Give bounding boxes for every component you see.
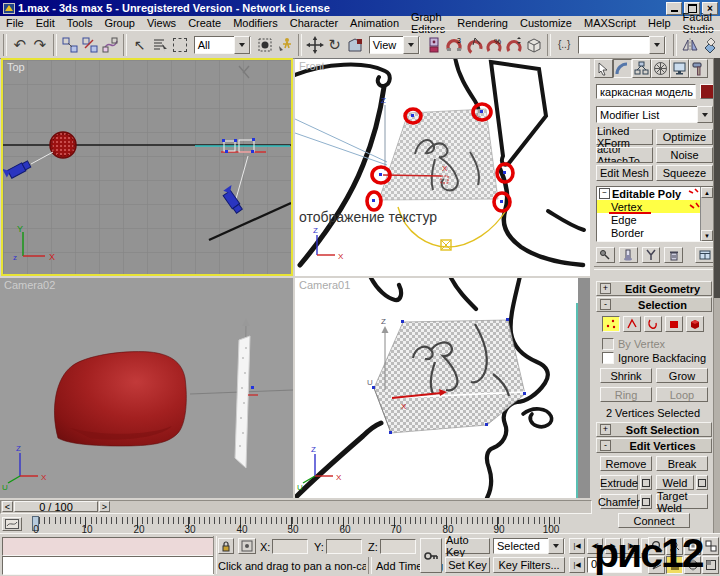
remove-button[interactable]: Remove [600, 456, 652, 471]
select-and-manipulate-icon[interactable] [275, 34, 295, 56]
menu-group[interactable]: Group [98, 17, 141, 29]
extrude-button[interactable]: Extrude [600, 475, 638, 490]
stack-scroll-down[interactable]: ▼ [701, 230, 713, 241]
key-filters-button[interactable]: Key Filters... [493, 557, 565, 573]
auto-key-button[interactable]: Auto Key [445, 538, 490, 554]
maxscript-listener-pink[interactable] [2, 537, 214, 556]
menu-views[interactable]: Views [141, 17, 182, 29]
textured-plane-front[interactable] [379, 109, 498, 200]
rollout-state-icon[interactable]: - [600, 440, 611, 451]
rollout-selection[interactable]: - Selection [596, 297, 712, 312]
button-edit-mesh[interactable]: Edit Mesh [596, 165, 653, 181]
selection-filter-dropdown[interactable]: All [194, 36, 251, 54]
title-bar[interactable]: 1.max - 3ds max 5 - Unregistered Version… [0, 0, 720, 16]
tab-display[interactable] [670, 59, 689, 78]
select-and-link-icon[interactable] [60, 34, 80, 56]
element-subobject-icon[interactable] [686, 316, 704, 332]
reference-coordinate-dropdown[interactable]: View [369, 36, 420, 54]
snap-toggle-icon[interactable]: 3 [444, 34, 464, 56]
modifier-list-dropdown[interactable]: Modifier List [596, 106, 714, 123]
redo-icon[interactable]: ↷ [30, 34, 50, 56]
align-icon[interactable] [700, 34, 720, 56]
expand-minus-icon[interactable]: − [599, 188, 610, 199]
tab-hierarchy[interactable] [632, 59, 651, 78]
button-squeeze[interactable]: Squeeze [656, 165, 713, 181]
pin-stack-icon[interactable] [596, 247, 615, 263]
menu-help[interactable]: Help [642, 17, 677, 29]
polygon-subobject-icon[interactable] [665, 316, 683, 332]
tab-create[interactable] [594, 59, 613, 78]
menu-file[interactable]: File [0, 17, 30, 29]
tab-motion[interactable] [651, 59, 670, 78]
checkbox-icon[interactable] [602, 352, 614, 364]
loop-button[interactable]: Loop [656, 387, 708, 402]
time-step-forward-button[interactable]: > [99, 501, 110, 512]
spinner-snap-toggle-icon[interactable] [504, 34, 524, 56]
make-unique-icon[interactable] [642, 247, 661, 263]
unlink-selection-icon[interactable] [80, 34, 100, 56]
angle-snap-toggle-icon[interactable] [464, 34, 484, 56]
use-pivot-point-center-icon[interactable] [424, 34, 444, 56]
modifier-stack[interactable]: − Editable Poly Vertex Edge Border ▲ ▼ [596, 186, 714, 242]
time-step-back-button[interactable]: < [2, 501, 13, 512]
reference-plane-camera02[interactable] [235, 336, 258, 468]
shrink-button[interactable]: Shrink [600, 368, 652, 383]
z-field[interactable] [380, 539, 416, 554]
vertex-subobject-icon[interactable] [602, 316, 620, 332]
named-selection-dropdown[interactable] [578, 36, 666, 54]
stack-row-border[interactable]: Border [597, 226, 713, 239]
button-noise[interactable]: Noise [656, 147, 713, 163]
select-object-icon[interactable]: ↖ [130, 34, 150, 56]
bind-to-space-warp-icon[interactable] [100, 34, 120, 56]
weld-button[interactable]: Weld [656, 475, 694, 490]
key-mode-toggle-button[interactable]: |◀ [569, 557, 585, 573]
rollout-state-icon[interactable]: - [600, 299, 611, 310]
shaded-object-camera02[interactable] [54, 352, 186, 446]
dropdown-arrow-icon[interactable] [697, 106, 713, 123]
select-by-name-icon[interactable] [150, 34, 170, 56]
rollout-edit-vertices[interactable]: - Edit Vertices [596, 438, 712, 453]
button-optimize[interactable]: Optimize [656, 129, 713, 145]
dropdown-arrow-icon[interactable] [403, 36, 419, 54]
rectangular-selection-region-icon[interactable] [170, 34, 190, 56]
rollout-edit-geometry[interactable]: + Edit Geometry [596, 281, 712, 296]
undo-icon[interactable]: ↶ [10, 34, 30, 56]
border-subobject-icon[interactable] [644, 316, 662, 332]
dropdown-arrow-icon[interactable] [649, 36, 665, 54]
stack-scroll-up[interactable]: ▲ [701, 187, 713, 198]
menu-edit[interactable]: Edit [30, 17, 61, 29]
checkbox-icon[interactable] [602, 338, 614, 350]
x-field[interactable] [272, 539, 308, 554]
rollout-state-icon[interactable]: + [600, 424, 611, 435]
target-weld-button[interactable]: Target Weld [656, 494, 708, 509]
select-and-rotate-icon[interactable]: ↻ [325, 34, 345, 56]
window-crossing-icon[interactable] [255, 34, 275, 56]
menu-customize[interactable]: Customize [514, 17, 578, 29]
editable-poly-object-top[interactable] [50, 132, 76, 158]
named-selection-sets-icon[interactable]: {..} [554, 34, 574, 56]
chamfer-settings-button[interactable] [640, 494, 652, 509]
select-and-scale-icon[interactable] [345, 34, 365, 56]
menu-tools[interactable]: Tools [61, 17, 99, 29]
time-slider-handle[interactable]: 0 / 100 [14, 501, 98, 512]
menu-maxscript[interactable]: MAXScript [578, 17, 642, 29]
object-color-swatch[interactable] [700, 84, 714, 99]
key-mode-dropdown[interactable]: Selected [493, 538, 565, 554]
scrollbar-thumb[interactable] [714, 58, 720, 298]
button-linked-xform[interactable]: Linked XForm [596, 129, 653, 145]
viewport-top[interactable]: X Y z Top [1, 58, 293, 276]
grow-button[interactable]: Grow [656, 368, 708, 383]
render-type-icon[interactable] [524, 34, 544, 56]
ring-button[interactable]: Ring [600, 387, 652, 402]
dropdown-arrow-icon[interactable] [234, 36, 250, 54]
tab-utilities[interactable] [689, 59, 708, 78]
by-vertex-checkbox[interactable]: By Vertex [602, 338, 665, 350]
command-panel-scrollbar[interactable] [713, 58, 720, 533]
percent-snap-toggle-icon[interactable]: % [484, 34, 504, 56]
mirror-icon[interactable] [680, 34, 700, 56]
ignore-backfacing-checkbox[interactable]: Ignore Backfacing [602, 352, 706, 364]
viewport-camera02[interactable]: Z X U Camera02 [0, 278, 293, 498]
menu-character[interactable]: Character [284, 17, 344, 29]
maxscript-listener-white[interactable] [2, 556, 214, 575]
rollout-soft-selection[interactable]: + Soft Selection [596, 422, 712, 437]
